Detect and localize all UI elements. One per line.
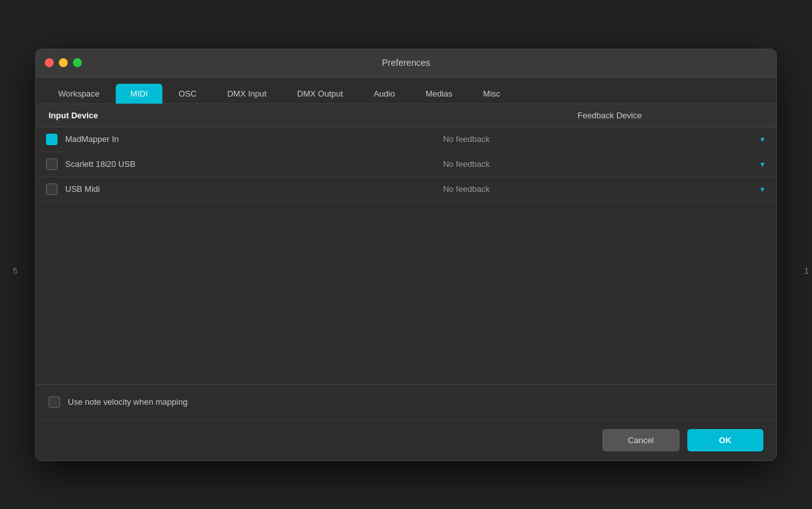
usb-midi-label: USB Midi [65,184,100,194]
overlay: 5 1 Preferences Workspace MIDI OSC DMX I… [0,0,812,509]
table-row: USB Midi No feedback ▼ [36,177,776,202]
velocity-checkbox[interactable] [49,396,60,408]
usb-midi-feedback-text: No feedback [443,184,490,194]
velocity-label: Use note velocity when mapping [68,397,187,407]
scarlett-label: Scarlett 18i20 USB [65,159,136,169]
col-input-header: Input Device [36,111,443,120]
ok-button[interactable]: OK [687,429,764,451]
usb-midi-dropdown-icon[interactable]: ▼ [759,185,766,193]
usb-midi-feedback-area: No feedback ▼ [443,184,776,194]
side-number-left: 5 [13,266,17,276]
device-checkbox-area: MadMapper In [36,134,443,145]
window-controls [45,58,82,67]
table-header: Input Device Feedback Device [36,104,776,127]
tabbar: Workspace MIDI OSC DMX Input DMX Output … [36,77,776,104]
table-row: MadMapper In No feedback ▼ [36,127,776,152]
side-number-right: 1 [804,266,809,276]
content-area: Input Device Feedback Device MadMapper I… [36,104,776,460]
table-row: Scarlett 18i20 USB No feedback ▼ [36,152,776,177]
madmapper-in-feedback-area: No feedback ▼ [443,134,776,144]
madmapper-in-feedback-text: No feedback [443,134,490,144]
madmapper-in-checkbox[interactable] [46,134,58,145]
tab-midi[interactable]: MIDI [116,84,162,104]
preferences-dialog: Preferences Workspace MIDI OSC DMX Input… [35,49,777,461]
device-checkbox-area: Scarlett 18i20 USB [36,159,443,170]
scarlett-feedback-area: No feedback ▼ [443,159,776,169]
scarlett-feedback-text: No feedback [443,159,490,169]
usb-midi-checkbox[interactable] [46,184,58,195]
tab-dmx-output[interactable]: DMX Output [283,84,358,104]
madmapper-in-label: MadMapper In [65,134,119,144]
device-checkbox-area: USB Midi [36,184,443,195]
scarlett-dropdown-icon[interactable]: ▼ [759,161,766,168]
minimize-button[interactable] [59,58,68,67]
button-row: Cancel OK [36,419,776,460]
titlebar: Preferences [36,49,776,77]
footer-checkbox-area: Use note velocity when mapping [36,384,776,419]
tab-audio[interactable]: Audio [359,84,409,104]
madmapper-in-dropdown-icon[interactable]: ▼ [759,136,766,143]
col-feedback-header: Feedback Device [443,111,776,120]
scarlett-checkbox[interactable] [46,159,58,170]
tab-dmx-input[interactable]: DMX Input [212,84,281,104]
tab-medias[interactable]: Medias [411,84,467,104]
maximize-button[interactable] [73,58,82,67]
cancel-button[interactable]: Cancel [602,429,679,451]
tab-misc[interactable]: Misc [469,84,515,104]
tab-workspace[interactable]: Workspace [43,84,114,104]
dialog-title: Preferences [382,58,430,68]
tab-osc[interactable]: OSC [164,84,211,104]
device-list: MadMapper In No feedback ▼ Scarlett 18i2… [36,127,776,383]
close-button[interactable] [45,58,54,67]
